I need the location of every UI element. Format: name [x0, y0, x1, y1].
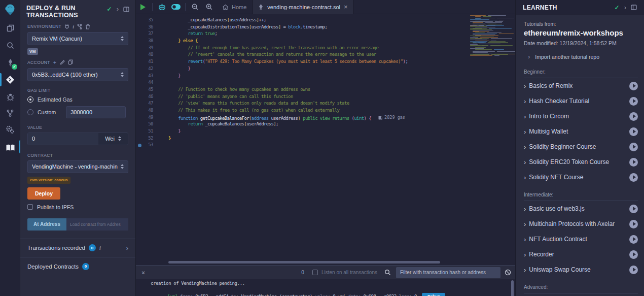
code-line[interactable]: _cupcakeDistributionTimes[userAddress] =…: [168, 24, 467, 31]
deploy-button[interactable]: Deploy: [27, 187, 60, 200]
close-tab-icon[interactable]: ×: [344, 5, 348, 10]
deploy-run-icon[interactable]: [0, 71, 20, 88]
play-circle-icon[interactable]: [629, 158, 638, 167]
ai-copilot-icon[interactable]: [155, 0, 169, 14]
play-circle-icon[interactable]: [629, 143, 638, 151]
home-tab[interactable]: Home: [216, 0, 253, 14]
line-number[interactable]: 38: [136, 38, 156, 45]
line-number[interactable]: 42: [136, 65, 156, 73]
tutorial-item[interactable]: ›Multichain Protocols with Axelar: [524, 216, 638, 232]
tutorial-item[interactable]: ›Multisig Wallet: [524, 124, 638, 139]
tutorial-item[interactable]: ›Recorder: [524, 247, 638, 262]
tutorial-item[interactable]: ›Solidity Beginner Course: [524, 139, 638, 154]
line-number[interactable]: 46: [136, 93, 156, 101]
code-line[interactable]: // Function to check how many cupcakes a…: [168, 86, 467, 93]
play-circle-icon[interactable]: [629, 266, 638, 274]
line-number[interactable]: 50: [136, 121, 156, 128]
tutorial-item[interactable]: ›Uniswap Swap Course: [524, 262, 638, 277]
trash-icon[interactable]: [85, 24, 90, 29]
at-address-input[interactable]: Load contract from Addres: [66, 218, 128, 231]
horizontal-scrollbar[interactable]: [168, 261, 440, 264]
tutorial-item[interactable]: ›Intro to Circom: [524, 109, 638, 124]
play-circle-icon[interactable]: [629, 97, 638, 106]
play-circle-icon[interactable]: [629, 173, 638, 182]
add-account-icon[interactable]: +: [53, 59, 57, 65]
learneth-icon[interactable]: [0, 138, 20, 157]
code-line[interactable]: }: [168, 73, 467, 80]
play-circle-icon[interactable]: [629, 82, 638, 90]
debug-button[interactable]: Debug: [422, 293, 445, 296]
chevron-right-icon[interactable]: ›: [126, 244, 128, 252]
transaction-filter-input[interactable]: Filter with transaction hash or address: [396, 267, 500, 278]
custom-gas-input[interactable]: 3000000: [66, 106, 126, 118]
code-line[interactable]: // 'revert' cancels the transaction and …: [168, 51, 467, 58]
terminal-scrollbar[interactable]: [511, 280, 514, 296]
code-line[interactable]: _cupcakeBalances[userAddress]++;: [168, 17, 467, 24]
radio-unselected-icon[interactable]: [27, 109, 33, 115]
code-lines[interactable]: _cupcakeBalances[userAddress]++; _cupcak…: [168, 17, 467, 149]
tutorial-item[interactable]: ›All about Proxy Contracts: [524, 293, 638, 296]
line-number[interactable]: 39: [136, 45, 156, 52]
panel-chevron-right-icon[interactable]: ›: [624, 5, 626, 10]
line-number[interactable]: 45: [136, 86, 156, 93]
search-icon[interactable]: [0, 37, 20, 54]
code-line[interactable]: } else {: [168, 38, 467, 45]
copilot-toggle-icon[interactable]: [169, 0, 183, 14]
code-editor[interactable]: 35363738394041424344454647484950515253 _…: [136, 14, 515, 265]
code-line[interactable]: // This makes it free to call (no gas co…: [168, 107, 467, 114]
line-number[interactable]: 36: [136, 24, 156, 31]
zoom-out-icon[interactable]: [188, 0, 202, 14]
line-number[interactable]: 43: [136, 73, 156, 80]
play-circle-icon[interactable]: [629, 220, 638, 228]
panel-layout-icon[interactable]: [631, 5, 637, 10]
tutorial-item[interactable]: ›Solidity ERC20 Token Course: [524, 154, 638, 170]
line-number[interactable]: 41: [136, 58, 156, 65]
line-number[interactable]: 40: [136, 51, 156, 58]
environment-info-icon[interactable]: i: [73, 24, 74, 29]
code-line[interactable]: // If not enough time has passed, revert…: [168, 45, 467, 52]
estimated-gas-option[interactable]: Estimated Gas: [27, 96, 128, 103]
plug-icon[interactable]: [64, 24, 69, 29]
run-script-button[interactable]: [136, 0, 150, 14]
code-line[interactable]: revert("HTTP 429: Too Many Cupcakes (you…: [168, 58, 467, 65]
code-line[interactable]: }: [168, 65, 467, 73]
play-circle-icon[interactable]: [629, 112, 638, 121]
line-number[interactable]: 51: [136, 128, 156, 135]
terminal-search-icon[interactable]: [384, 269, 391, 276]
transactions-recorded-section[interactable]: Transactions recorded 0 i ›: [20, 239, 135, 257]
copy-icon[interactable]: [68, 59, 73, 65]
contract-select[interactable]: VendingMachine - vending-machin: [27, 160, 128, 173]
code-line[interactable]: return true;: [168, 30, 467, 38]
breakpoint-icon[interactable]: [138, 144, 141, 147]
panel-chevron-right-icon[interactable]: ›: [117, 7, 119, 12]
code-line[interactable]: return _cupcakeBalances[userAddress];: [168, 121, 467, 128]
line-number[interactable]: 47: [136, 100, 156, 107]
file-explorer-icon[interactable]: [0, 19, 20, 37]
play-circle-icon[interactable]: [629, 250, 638, 259]
checkbox-icon[interactable]: [27, 204, 33, 210]
terminal-collapse-icon[interactable]: »: [140, 269, 147, 276]
play-circle-icon[interactable]: [629, 127, 638, 136]
line-number[interactable]: 44: [136, 79, 156, 86]
tutorial-item[interactable]: ›Solidity NFT Course: [524, 170, 638, 185]
publish-ipfs-option[interactable]: Publish to IPFS: [27, 204, 128, 210]
code-line[interactable]: function getCupcakeBalanceFor(address us…: [168, 114, 467, 121]
minimap[interactable]: [469, 15, 513, 259]
tutorial-item[interactable]: ›Basic use of web3.js: [524, 201, 638, 216]
terminal-log-line2[interactable]: [vm] from: 0x5B3...eddC4 to: VendingMach…: [167, 293, 445, 296]
debugger-icon[interactable]: [0, 88, 20, 106]
play-circle-icon[interactable]: [629, 235, 638, 244]
checkbox-icon[interactable]: [312, 270, 318, 275]
zoom-in-icon[interactable]: [202, 0, 216, 14]
deployed-contracts-section[interactable]: Deployed Contracts 0: [20, 257, 135, 276]
code-line[interactable]: // 'public' means anyone can call this f…: [168, 93, 467, 101]
settings-icon[interactable]: [0, 121, 20, 138]
code-line[interactable]: }: [168, 135, 467, 142]
play-circle-icon[interactable]: [629, 205, 638, 213]
code-line[interactable]: [168, 79, 467, 86]
environment-select[interactable]: Remix VM (Cancun): [27, 32, 128, 45]
tutorial-item[interactable]: ›Hash Checker Tutorial: [524, 93, 638, 109]
code-line[interactable]: [168, 142, 467, 149]
code-line[interactable]: }: [168, 128, 467, 135]
active-file-tab[interactable]: vending-machine-contract.sol ×: [253, 0, 353, 14]
